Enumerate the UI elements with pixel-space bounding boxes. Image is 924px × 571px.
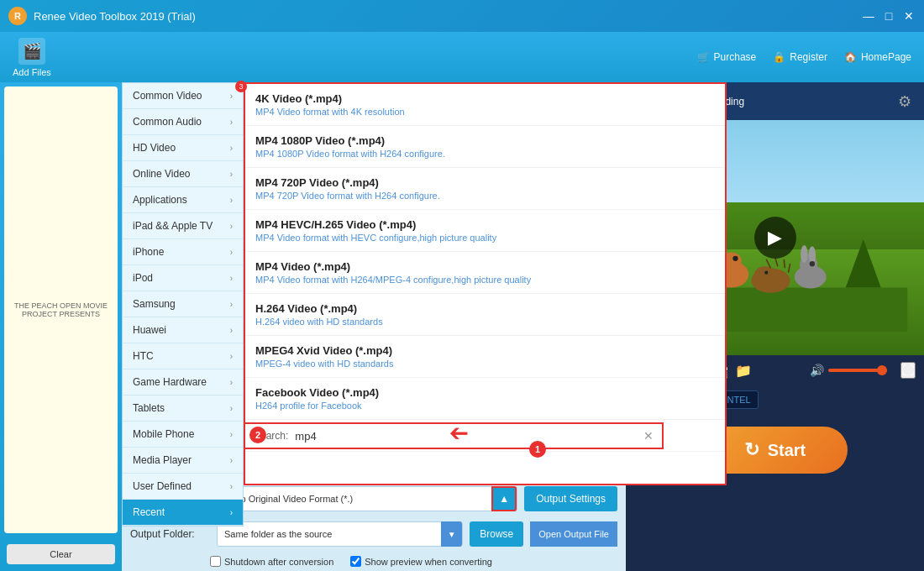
format-item-mp4[interactable]: MP4 Video (*.mp4) MP4 Video format with … (245, 252, 725, 294)
add-files-icon: 🎬 (18, 38, 45, 65)
menu-item-mobile-phone[interactable]: Mobile Phone › (123, 422, 243, 448)
file-drop-area[interactable]: THE PEACH OPEN MOVIE PROJECT PRESENTS (4, 86, 118, 533)
main-area: THE PEACH OPEN MOVIE PROJECT PRESENTS Cl… (0, 82, 924, 571)
chevron-icon: › (230, 482, 233, 491)
volume-slider[interactable] (828, 369, 887, 372)
svg-point-13 (753, 266, 774, 284)
folder-button[interactable]: 📁 (735, 363, 752, 379)
menu-item-iphone[interactable]: iPhone › (123, 239, 243, 265)
menu-item-htc[interactable]: HTC › (123, 343, 243, 369)
title-bar: R Renee Video Toolbox 2019 (Trial) — □ ✕ (0, 0, 924, 32)
app-logo: R (8, 7, 27, 25)
window-controls[interactable]: — □ ✕ (862, 9, 916, 23)
format-item-720p[interactable]: MP4 720P Video (*.mp4) MP4 720P Video fo… (245, 168, 725, 210)
badge-1: 1 (529, 441, 546, 458)
menu-item-media-player[interactable]: Media Player › (123, 448, 243, 474)
chevron-icon: › (230, 326, 233, 335)
shutdown-checkbox-label[interactable]: Shutdown after conversion (210, 556, 333, 567)
preview-checkbox-label[interactable]: Show preview when converting (350, 556, 492, 567)
menu-item-game-hardware[interactable]: Game Hardware › (123, 369, 243, 396)
chevron-icon: › (230, 430, 233, 439)
chevron-icon: › (230, 196, 233, 205)
output-folder-label: Output Folder: (130, 528, 210, 540)
left-panel-bottom: Clear (0, 537, 122, 571)
svg-line-16 (775, 258, 778, 267)
chevron-icon: › (230, 456, 233, 465)
volume-icon: 🔊 (810, 364, 824, 377)
chevron-icon: › (230, 144, 233, 153)
chevron-icon: › (230, 508, 233, 517)
svg-point-9 (801, 245, 807, 263)
chevron-icon: › (230, 378, 233, 387)
format-item-4k[interactable]: 4K Video (*.mp4) MP4 Video format with 4… (245, 84, 725, 126)
menu-item-online-video[interactable]: Online Video › (123, 161, 243, 187)
toolbar: 🎬 Add Files 🛒 Purchase 🔒 Register 🏠 Home… (0, 32, 924, 82)
chevron-icon: › (230, 248, 233, 257)
chevron-icon: › (230, 92, 233, 101)
format-item-facebook[interactable]: Facebook Video (*.mp4) H264 profile for … (245, 378, 725, 420)
format-sidebar-menu: Common Video › 3 Common Audio › HD Video… (122, 82, 244, 526)
add-files-button[interactable]: 🎬 Add Files (13, 38, 51, 77)
menu-item-tablets[interactable]: Tablets › (123, 396, 243, 422)
svg-marker-3 (846, 239, 881, 288)
purchase-button[interactable]: 🛒 Purchase (697, 51, 757, 63)
checkbox-row: Shutdown after conversion Show preview w… (122, 552, 626, 571)
start-icon: ↻ (744, 439, 759, 461)
chevron-icon: › (230, 404, 233, 413)
search-input[interactable] (295, 430, 643, 443)
menu-item-recent[interactable]: Recent › (123, 500, 243, 526)
format-item-hevc[interactable]: MP4 HEVC/H.265 Video (*.mp4) MP4 Video f… (245, 210, 725, 252)
clear-button[interactable]: Clear (7, 544, 115, 564)
svg-line-18 (788, 264, 790, 273)
play-button[interactable]: ▶ (754, 217, 796, 259)
svg-line-17 (784, 259, 785, 269)
home-icon: 🏠 (844, 51, 857, 63)
menu-item-huawei[interactable]: Huawei › (123, 317, 243, 343)
register-button[interactable]: 🔒 Register (773, 51, 827, 63)
format-item-h264[interactable]: H.264 Video (*.mp4) H.264 video with HD … (245, 294, 725, 336)
format-item-1080p[interactable]: MP4 1080P Video (*.mp4) MP4 1080P Video … (245, 126, 725, 168)
arrow-indicator: ➔ (449, 419, 469, 447)
minimize-button[interactable]: — (862, 9, 875, 23)
svg-point-6 (732, 256, 738, 261)
format-dropdown-overlay: Common Video › 3 Common Audio › HD Video… (122, 82, 727, 526)
menu-item-user-defined[interactable]: User Defined › (123, 474, 243, 500)
svg-point-14 (764, 271, 768, 275)
search-clear-button[interactable]: ✕ (643, 429, 654, 443)
fullscreen-button[interactable]: ⛶ (900, 362, 916, 379)
chevron-icon: › (230, 352, 233, 361)
play-icon: ▶ (768, 227, 782, 249)
drop-text: THE PEACH OPEN MOVIE PROJECT PRESENTS (4, 297, 118, 322)
volume-thumb[interactable] (877, 365, 887, 375)
menu-item-ipad-apple-tv[interactable]: iPad && Apple TV › (123, 213, 243, 239)
app-title: Renee Video Toolbox 2019 (Trial) (34, 10, 862, 23)
chevron-icon: › (230, 222, 233, 231)
chevron-icon: › (230, 170, 233, 179)
menu-item-hd-video[interactable]: HD Video › (123, 135, 243, 161)
maximize-button[interactable]: □ (882, 9, 895, 23)
folder-value: Same folder as the source (218, 529, 441, 539)
badge-2: 2 (249, 427, 266, 443)
volume-area: 🔊 (810, 364, 887, 377)
start-label: Start (768, 441, 806, 460)
header-right-buttons: ⚙ (898, 92, 911, 111)
chevron-icon: › (230, 118, 233, 127)
svg-point-11 (809, 261, 814, 266)
chevron-icon: › (230, 300, 233, 309)
settings-icon[interactable]: ⚙ (898, 92, 911, 111)
center-panel: Common Video › 3 Common Audio › HD Video… (122, 82, 626, 571)
close-button[interactable]: ✕ (902, 9, 916, 23)
left-panel: THE PEACH OPEN MOVIE PROJECT PRESENTS Cl… (0, 82, 122, 571)
menu-item-samsung[interactable]: Samsung › (123, 291, 243, 317)
badge-3: 3 (235, 81, 247, 92)
preview-checkbox[interactable] (350, 556, 361, 567)
menu-item-applications[interactable]: Applications › (123, 187, 243, 213)
shutdown-checkbox[interactable] (210, 556, 221, 567)
homepage-button[interactable]: 🏠 HomePage (844, 51, 911, 63)
cart-icon: 🛒 (697, 51, 710, 63)
lock-icon: 🔒 (773, 51, 785, 63)
format-item-xvid[interactable]: MPEG4 Xvid Video (*.mp4) MPEG-4 video wi… (245, 336, 725, 378)
menu-item-ipod[interactable]: iPod › (123, 265, 243, 291)
menu-item-common-video[interactable]: Common Video › 3 (123, 83, 243, 109)
menu-item-common-audio[interactable]: Common Audio › (123, 109, 243, 135)
